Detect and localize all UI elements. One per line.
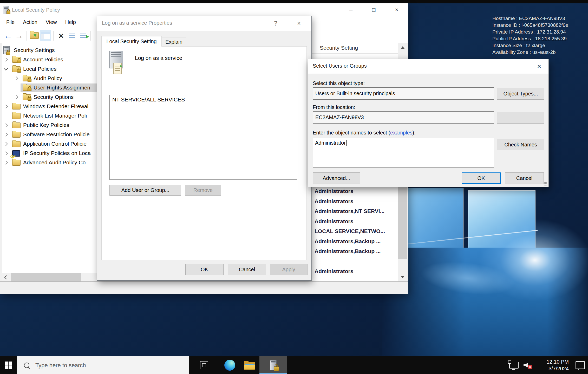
up-arrow-icon	[33, 33, 38, 37]
menu-help[interactable]: Help	[61, 19, 80, 25]
tree-item-network-list-manager-poli[interactable]: Network List Manager Poli	[2, 111, 97, 120]
menu-action[interactable]: Action	[19, 19, 42, 25]
dialog-titlebar[interactable]: Select Users or Groups ×	[308, 59, 548, 74]
listbox-item[interactable]: NT SERVICE\ALL SERVICES	[110, 95, 297, 104]
close-button[interactable]: ×	[532, 59, 546, 74]
chevron-right-icon[interactable]	[4, 151, 8, 156]
ok-button[interactable]: OK	[462, 172, 501, 184]
security-setting-value: Administrators,NT SERVI...	[315, 208, 384, 214]
examples-link[interactable]: examples	[390, 130, 413, 136]
volume-tray-button[interactable]: ×	[520, 356, 533, 374]
tree-item-ip-security-policies-on-loca[interactable]: IP Security Policies on Loca	[2, 149, 97, 158]
security-setting-row[interactable]	[309, 256, 398, 266]
triangle-down-icon	[401, 276, 404, 278]
menu-view[interactable]: View	[42, 19, 61, 25]
minimize-button[interactable]: –	[339, 3, 362, 16]
object-names-input[interactable]: Administrator	[313, 138, 494, 167]
security-setting-row[interactable]: Administrators	[309, 196, 398, 206]
locations-button[interactable]	[497, 112, 544, 124]
scroll-left-button[interactable]	[2, 273, 10, 281]
tree-item-label: Windows Defender Firewal	[23, 102, 88, 111]
tree-item-audit-policy[interactable]: Audit Policy	[2, 74, 97, 83]
chevron-right-icon[interactable]	[4, 161, 8, 165]
taskbar-clock[interactable]: 12:10 PM 3/7/2024	[538, 358, 569, 372]
chevron-right-icon[interactable]	[4, 142, 8, 146]
taskbar-search[interactable]	[17, 356, 189, 374]
delete-icon[interactable]: ×	[56, 30, 67, 41]
forward-icon[interactable]: →	[14, 30, 24, 41]
maximize-button[interactable]: □	[362, 3, 385, 16]
tree-item-windows-defender-firewal[interactable]: Windows Defender Firewal	[2, 102, 97, 111]
cancel-button[interactable]: Cancel	[505, 172, 544, 184]
security-setting-row[interactable]: Administrators,Backup ...	[309, 246, 398, 256]
chevron-right-icon[interactable]	[14, 76, 18, 81]
column-header-security-setting[interactable]: Security Setting	[309, 43, 407, 54]
add-user-or-group-button[interactable]: Add User or Group...	[109, 185, 181, 196]
list-icon[interactable]	[67, 30, 77, 41]
network-tray-button[interactable]	[507, 356, 520, 374]
dialog-titlebar[interactable]: Log on as a service Properties ? ×	[97, 16, 311, 31]
advanced-button[interactable]: Advanced...	[313, 172, 360, 184]
object-types-button[interactable]: Object Types...	[497, 88, 544, 100]
instance-info-overlay: Hostname : EC2AMAZ-FAN98V3Instance ID : …	[492, 15, 568, 56]
action-center-button[interactable]	[572, 356, 588, 374]
top-strip	[0, 0, 588, 3]
scrollbar-thumb[interactable]	[11, 273, 81, 281]
tree-item-security-options[interactable]: Security Options	[2, 92, 97, 102]
export-icon[interactable]	[77, 30, 88, 41]
tree-item-application-control-policie[interactable]: Application Control Policie	[2, 139, 97, 149]
search-icon	[24, 363, 29, 368]
tab-local-security-setting[interactable]: Local Security Setting	[101, 36, 162, 47]
folder-icon	[12, 122, 21, 128]
column-divider[interactable]	[320, 45, 320, 53]
back-icon[interactable]: ←	[3, 30, 14, 41]
security-setting-row[interactable]: Administrators	[309, 216, 398, 226]
edge-taskbar-button[interactable]	[220, 356, 240, 374]
close-button[interactable]: ×	[385, 3, 408, 16]
tree-item-local-policies[interactable]: Local Policies	[2, 64, 97, 74]
security-setting-row[interactable]: Administrators	[309, 186, 398, 196]
remove-button[interactable]: Remove	[185, 185, 221, 196]
object-type-field[interactable]: Users or Built-in security principals	[313, 87, 494, 100]
tree-item-advanced-audit-policy-co[interactable]: Advanced Audit Policy Co	[2, 158, 97, 167]
apply-button[interactable]: Apply	[270, 264, 308, 275]
close-button[interactable]: ×	[292, 16, 306, 31]
members-listbox[interactable]: NT SERVICE\ALL SERVICES	[109, 95, 297, 180]
chevron-right-icon[interactable]	[4, 133, 8, 137]
cancel-button[interactable]: Cancel	[228, 264, 266, 275]
tree-item-account-policies[interactable]: Account Policies	[2, 55, 97, 64]
menu-file[interactable]: File	[2, 19, 19, 25]
check-names-button[interactable]: Check Names	[497, 139, 544, 150]
console-tree[interactable]: Security SettingsAccount PoliciesLocal P…	[2, 43, 97, 273]
tree-item-security-settings[interactable]: Security Settings	[2, 46, 97, 55]
tab-explain[interactable]: Explain	[162, 37, 186, 47]
chevron-down-icon[interactable]	[4, 67, 8, 71]
tree-item-public-key-policies[interactable]: Public Key Policies	[2, 120, 97, 130]
scroll-up-button[interactable]	[398, 43, 407, 52]
scroll-down-button[interactable]	[398, 273, 407, 281]
chevron-right-icon[interactable]	[4, 58, 8, 62]
help-button[interactable]: ?	[268, 16, 283, 31]
chevron-right-icon[interactable]	[4, 105, 8, 109]
ok-button[interactable]: OK	[185, 264, 224, 275]
console-icon[interactable]	[40, 30, 51, 41]
up-folder-icon[interactable]	[29, 30, 40, 41]
horizontal-scrollbar[interactable]	[2, 273, 97, 281]
file-explorer-taskbar-button[interactable]	[240, 356, 259, 374]
chevron-right-icon[interactable]	[14, 95, 18, 99]
security-setting-row[interactable]: Administrators	[309, 266, 398, 276]
start-button[interactable]	[0, 356, 17, 374]
search-input[interactable]	[35, 356, 181, 374]
tree-item-software-restriction-policie[interactable]: Software Restriction Policie	[2, 130, 97, 139]
tree-item-user-rights-assignmen[interactable]: User Rights Assignmen	[2, 83, 97, 92]
resize-grip[interactable]	[544, 182, 547, 186]
scrollbar-thumb[interactable]	[398, 186, 407, 259]
task-view-button[interactable]	[194, 356, 214, 374]
security-setting-row[interactable]: Administrators,NT SERVI...	[309, 206, 398, 216]
local-security-policy-taskbar-button[interactable]	[259, 356, 287, 374]
security-setting-row[interactable]: LOCAL SERVICE,NETWO...	[309, 226, 398, 236]
window-titlebar[interactable]: Local Security Policy – □ ×	[0, 3, 408, 16]
security-setting-row[interactable]: Administrators,Backup ...	[309, 236, 398, 246]
location-field[interactable]: EC2AMAZ-FAN98V3	[313, 111, 494, 124]
chevron-right-icon[interactable]	[4, 123, 8, 127]
